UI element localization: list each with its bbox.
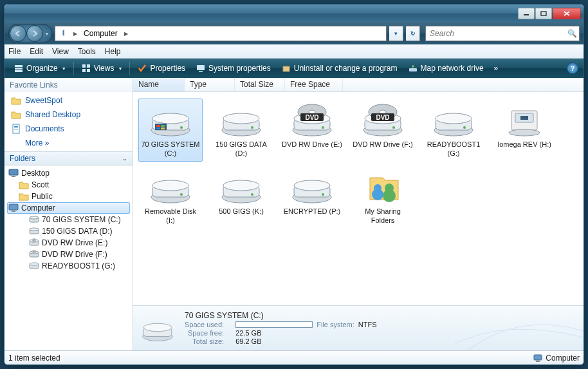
close-button[interactable] <box>553 8 581 19</box>
menu-file[interactable]: File <box>8 47 21 56</box>
svg-point-68 <box>463 126 466 129</box>
tree-item[interactable]: 150 GIGS DATA (D:) <box>7 225 130 237</box>
dvd-icon <box>29 249 39 260</box>
breadcrumb-chevron-icon[interactable]: ▶ <box>122 26 131 41</box>
drive-item[interactable]: 500 GIGS (K:) <box>209 166 273 229</box>
drive-item[interactable]: Iomega REV (H:) <box>492 99 556 162</box>
folder-icon <box>11 109 21 120</box>
breadcrumb-computer[interactable]: Computer <box>80 26 122 41</box>
svg-point-35 <box>30 263 39 265</box>
titlebar <box>5 5 583 23</box>
drive-item[interactable]: ENCRYPTED (P:) <box>280 166 344 229</box>
menu-edit[interactable]: Edit <box>30 47 43 56</box>
search-icon[interactable]: 🔍 <box>565 29 579 38</box>
column-type[interactable]: Type <box>185 78 235 91</box>
status-text: 1 item selected <box>8 354 60 363</box>
network-drive-icon <box>408 63 418 73</box>
computer-icon <box>196 63 206 73</box>
tree-item[interactable]: 70 GIGS SYSTEM (C:) <box>7 214 130 225</box>
menu-view[interactable]: View <box>52 47 69 56</box>
drive-item[interactable]: DVDDVD RW Drive (E:) <box>280 99 344 162</box>
svg-rect-13 <box>283 66 289 71</box>
hdd-icon <box>430 102 477 138</box>
properties-button[interactable]: Properties <box>133 61 189 76</box>
svg-rect-22 <box>9 204 18 210</box>
hdd-icon <box>29 261 39 271</box>
share-icon <box>360 169 406 205</box>
drive-item[interactable]: 70 GIGS SYSTEM (C:) <box>138 99 203 162</box>
menu-tools[interactable]: Tools <box>78 47 96 56</box>
favorite-link[interactable]: Documents <box>5 122 133 136</box>
details-title: 70 GIGS SYSTEM (C:) <box>185 311 377 320</box>
menu-help[interactable]: Help <box>105 47 121 56</box>
map-drive-button[interactable]: Map network drive <box>404 61 488 76</box>
tree-item[interactable]: Scott <box>7 179 130 191</box>
svg-point-47 <box>223 113 259 124</box>
svg-point-38 <box>152 113 188 124</box>
svg-rect-21 <box>12 176 15 177</box>
drive-item[interactable]: My Sharing Folders <box>351 166 415 229</box>
tree-item[interactable]: DVD RW Drive (E:) <box>7 237 130 249</box>
hdd-icon <box>147 169 194 205</box>
organize-button[interactable]: Organize▼ <box>10 61 70 76</box>
svg-point-80 <box>251 193 253 196</box>
address-bar[interactable]: ▶ Computer ▶ <box>55 26 387 41</box>
folder-icon <box>11 138 21 148</box>
svg-rect-20 <box>9 169 18 175</box>
hdd-icon <box>218 169 264 205</box>
breadcrumb-chevron-icon[interactable]: ▶ <box>71 26 80 41</box>
back-button[interactable] <box>10 25 26 42</box>
search-input[interactable] <box>426 29 565 38</box>
svg-rect-2 <box>63 30 64 35</box>
drive-item[interactable]: 150 GIGS DATA (D:) <box>209 99 273 162</box>
views-button[interactable]: Views▼ <box>77 61 127 76</box>
favorite-link[interactable]: More » <box>5 136 133 150</box>
column-headers: Name Type Total Size Free Space <box>133 78 583 92</box>
svg-point-48 <box>251 126 253 129</box>
refresh-button[interactable]: ↻ <box>406 26 420 41</box>
help-button[interactable]: ? <box>567 62 578 74</box>
forward-button[interactable] <box>26 25 43 42</box>
svg-rect-9 <box>82 69 86 72</box>
folder-icon <box>19 180 29 190</box>
tree-item[interactable]: Public <box>7 191 130 202</box>
svg-rect-93 <box>536 361 540 362</box>
drive-item[interactable]: DVDDVD RW Drive (F:) <box>351 99 415 162</box>
svg-point-84 <box>322 193 324 196</box>
chevron-down-icon: ⌄ <box>122 155 127 162</box>
tree-item[interactable]: DVD RW Drive (F:) <box>7 249 130 260</box>
svg-point-39 <box>180 126 183 129</box>
svg-point-15 <box>412 65 414 68</box>
hdd-icon <box>29 226 39 236</box>
tree-item[interactable]: READYBOOST1 (G:) <box>7 260 130 272</box>
favorite-link[interactable]: SweetSpot <box>5 93 133 108</box>
favorite-link[interactable]: Shared Desktop <box>5 108 133 122</box>
svg-point-30 <box>32 238 36 242</box>
uninstall-button[interactable]: Uninstall or change a program <box>277 61 401 76</box>
column-name[interactable]: Name <box>133 78 185 91</box>
tree-item[interactable]: Computer <box>7 202 130 214</box>
folder-icon <box>11 95 21 106</box>
document-icon <box>11 124 21 134</box>
address-dropdown[interactable]: ▾ <box>389 26 403 41</box>
system-properties-button[interactable]: System properties <box>192 61 275 76</box>
minimize-button[interactable] <box>518 8 535 19</box>
column-total[interactable]: Total Size <box>235 78 285 91</box>
svg-point-79 <box>223 180 259 191</box>
overflow-button[interactable]: » <box>490 61 502 76</box>
drive-item[interactable]: Removable Disk (I:) <box>138 166 203 229</box>
svg-rect-7 <box>82 64 86 68</box>
status-bar: 1 item selected Computer <box>5 350 583 364</box>
svg-rect-12 <box>199 71 203 72</box>
tree-item[interactable]: Desktop <box>7 167 130 179</box>
folders-header[interactable]: Folders ⌄ <box>5 151 133 166</box>
folder-icon <box>19 191 29 202</box>
nav-history-dropdown[interactable]: ▼ <box>43 25 51 42</box>
search-box[interactable]: 🔍 <box>425 26 580 41</box>
hdd-win-icon <box>147 102 194 138</box>
decorative-wisp <box>455 305 583 350</box>
details-total-size: 69.2 GB <box>235 337 376 345</box>
maximize-button[interactable] <box>535 8 552 19</box>
drive-item[interactable]: READYBOOST1 (G:) <box>421 99 486 162</box>
column-free[interactable]: Free Space <box>285 78 343 91</box>
